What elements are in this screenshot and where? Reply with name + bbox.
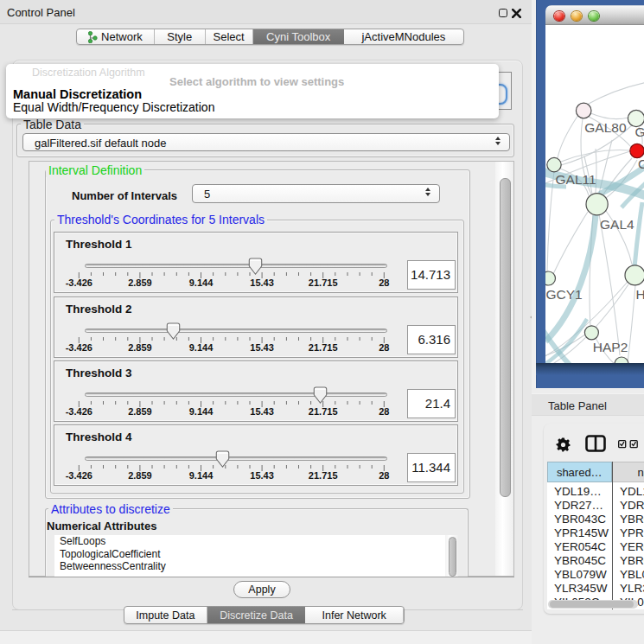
svg-text:GAL11: GAL11 [556, 172, 596, 187]
svg-text:GA: GA [635, 124, 644, 139]
svg-text:HAP2: HAP2 [593, 340, 628, 354]
svg-text:GAL4: GAL4 [600, 217, 634, 232]
svg-text:GCY1: GCY1 [546, 287, 583, 302]
svg-text:C: C [638, 156, 644, 171]
svg-text:GAL80: GAL80 [584, 120, 627, 135]
svg-text:H: H [636, 287, 644, 302]
